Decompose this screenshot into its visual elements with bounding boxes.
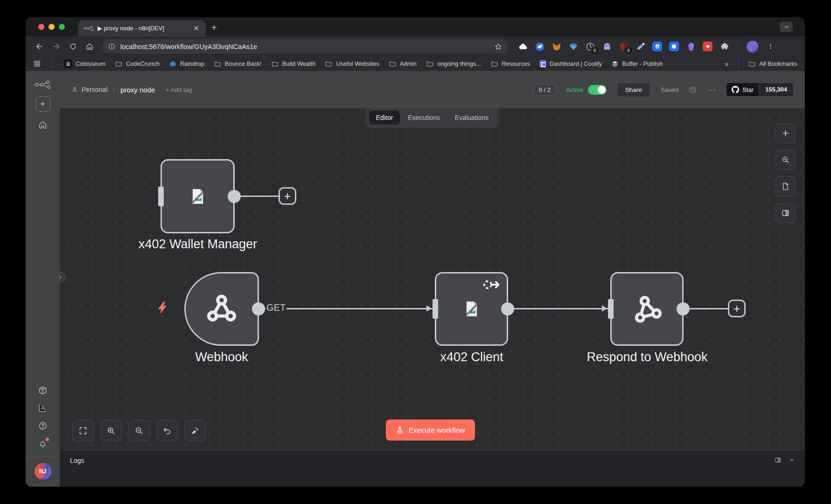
new-workflow-button[interactable]: +	[35, 97, 50, 112]
all-bookmarks[interactable]: All Bookmarks	[748, 60, 797, 68]
webhook-method-label: GET	[265, 302, 286, 313]
node-input-handle[interactable]	[433, 299, 438, 319]
workflow-canvas[interactable]: Editor Executions Evaluations GET	[60, 108, 805, 450]
bookmark-raindrop[interactable]: Raindrop	[169, 60, 204, 68]
add-node-panel-button[interactable]	[775, 123, 796, 143]
share-button[interactable]: Share	[617, 83, 650, 97]
zoom-in-button[interactable]	[100, 420, 122, 441]
node-x402-client[interactable]	[435, 272, 508, 346]
sidebar-item-help[interactable]	[38, 421, 48, 431]
tab-executions[interactable]: Executions	[401, 111, 447, 125]
address-bar[interactable]: localhost:5678/workflow/GUyA3l3vqNCaAs1e	[102, 39, 508, 54]
node-input-handle[interactable]	[158, 187, 164, 206]
node-input-handle[interactable]	[608, 299, 614, 319]
new-tab-button[interactable]: +	[211, 22, 217, 33]
browser-tab[interactable]: ▶ proxy node - n8n[DEV] ✕	[78, 20, 206, 36]
forward-button[interactable]	[49, 40, 63, 54]
chevron-up-icon[interactable]	[788, 456, 796, 464]
connection-wallet-plus[interactable]	[235, 196, 279, 197]
bookmark-star-icon[interactable]	[494, 42, 503, 51]
bookmarks-overflow-chevrons[interactable]: »	[725, 60, 729, 68]
bookmark-admin[interactable]: Admin	[389, 60, 417, 68]
connection-client-respond[interactable]	[508, 308, 612, 309]
zoom-window-button[interactable]	[59, 24, 65, 30]
bookmark-label: Raindrop	[180, 60, 204, 67]
tab-close-icon[interactable]: ✕	[191, 24, 201, 33]
cloud-extension-icon[interactable]	[517, 41, 528, 52]
github-star-widget[interactable]: Star 155,304	[726, 83, 794, 97]
tab-evaluations[interactable]: Evaluations	[448, 111, 496, 125]
undo-button[interactable]	[156, 420, 178, 441]
bookmark-useful-websites[interactable]: Useful Websites	[325, 60, 379, 68]
adguard-shield-extension-icon[interactable]: 3	[618, 41, 629, 52]
sidebar-item-notifications[interactable]	[38, 439, 48, 448]
folder-icon	[389, 60, 397, 68]
add-tag-button[interactable]: + Add tag	[165, 86, 192, 93]
bookmark-build-wealth[interactable]: Build Wealth	[271, 60, 316, 68]
close-window-button[interactable]	[38, 24, 44, 30]
active-toggle[interactable]	[588, 85, 607, 95]
recorder-dot-extension-icon[interactable]	[669, 41, 679, 52]
bookmark-coolify-dashboard[interactable]: Dashboard | Coolify	[539, 60, 602, 67]
zoom-out-button[interactable]	[128, 420, 150, 441]
node-respond-to-webhook[interactable]	[610, 272, 684, 346]
site-info-icon[interactable]	[108, 42, 116, 50]
sticky-note-button[interactable]	[775, 176, 796, 196]
url-text[interactable]: localhost:5678/workflow/GUyA3l3vqNCaAs1e	[120, 43, 489, 50]
brain-extension-icon[interactable]	[702, 41, 713, 52]
toggle-panel-button[interactable]	[775, 203, 796, 223]
node-x402-wallet-manager[interactable]	[161, 159, 235, 233]
active-label: Active	[566, 86, 583, 93]
blue-diamond-extension-icon[interactable]	[568, 41, 579, 52]
bookmark-ongoing-things[interactable]: ongoing things...	[426, 60, 481, 68]
add-node-button[interactable]: +	[279, 187, 296, 205]
search-nodes-button[interactable]	[775, 150, 796, 170]
bookmark-codecrunch[interactable]: CodeCrunch	[115, 60, 160, 68]
node-label: Respond to Webhook	[587, 350, 707, 364]
node-output-port[interactable]	[501, 302, 514, 315]
add-node-button[interactable]: +	[728, 300, 746, 317]
apps-grid-icon[interactable]	[33, 60, 41, 68]
zoom-to-fit-button[interactable]	[72, 420, 94, 441]
phantom-ghost-extension-icon[interactable]	[601, 41, 612, 52]
execute-workflow-button[interactable]: Execute workflow	[386, 420, 475, 441]
back-button[interactable]	[32, 40, 46, 54]
node-output-port[interactable]	[677, 302, 690, 315]
metamask-fox-extension-icon[interactable]	[551, 41, 562, 52]
logs-panel[interactable]: Logs	[60, 450, 805, 487]
browser-menu-kebab-icon[interactable]	[765, 40, 775, 54]
reload-button[interactable]	[66, 40, 80, 54]
tidy-up-button[interactable]	[184, 420, 206, 441]
open-logs-panel-icon[interactable]	[774, 456, 782, 464]
connection-respond-plus[interactable]	[684, 308, 729, 309]
browser-orb-extension-icon[interactable]	[534, 41, 545, 52]
project-owner[interactable]: Personal	[71, 86, 107, 93]
privacy-shield-lock-extension-icon[interactable]	[652, 41, 663, 52]
node-output-port[interactable]	[252, 302, 265, 315]
bookmark-buffer-publish[interactable]: Buffer - Publish	[611, 60, 663, 68]
version-history-icon[interactable]	[689, 85, 697, 94]
workflow-menu-kebab[interactable]: ⋯	[707, 85, 716, 95]
minimize-window-button[interactable]	[49, 24, 55, 30]
home-button[interactable]	[83, 40, 97, 54]
timer-clock-extension-icon[interactable]: 0	[585, 41, 595, 52]
bookmark-colosseum[interactable]: Colosseum	[64, 60, 105, 68]
bookmark-bounce-back[interactable]: Bounce Back!	[214, 60, 262, 68]
color-picker-extension-icon[interactable]	[635, 41, 646, 52]
sidebar-item-insights[interactable]	[38, 403, 48, 413]
puzzle-extensions-icon[interactable]	[719, 41, 730, 52]
tab-editor[interactable]: Editor	[369, 111, 400, 125]
sidebar-collapse-handle[interactable]	[60, 272, 66, 283]
broken-image-icon	[436, 273, 507, 344]
profile-avatar[interactable]	[746, 40, 759, 53]
node-webhook[interactable]	[184, 272, 259, 346]
sidebar-item-templates[interactable]	[38, 385, 48, 395]
workflow-header: Personal / proxy node + Add tag 0 / 2 Ac…	[60, 71, 805, 108]
sidebar-item-overview[interactable]	[38, 120, 48, 130]
obsidian-crystal-extension-icon[interactable]	[685, 41, 696, 52]
node-output-port[interactable]	[228, 190, 241, 203]
user-avatar[interactable]: NJ	[35, 463, 51, 480]
workflow-name[interactable]: proxy node	[120, 86, 155, 94]
bookmark-resources[interactable]: Resources	[490, 60, 530, 68]
tab-search-button[interactable]	[780, 21, 793, 32]
